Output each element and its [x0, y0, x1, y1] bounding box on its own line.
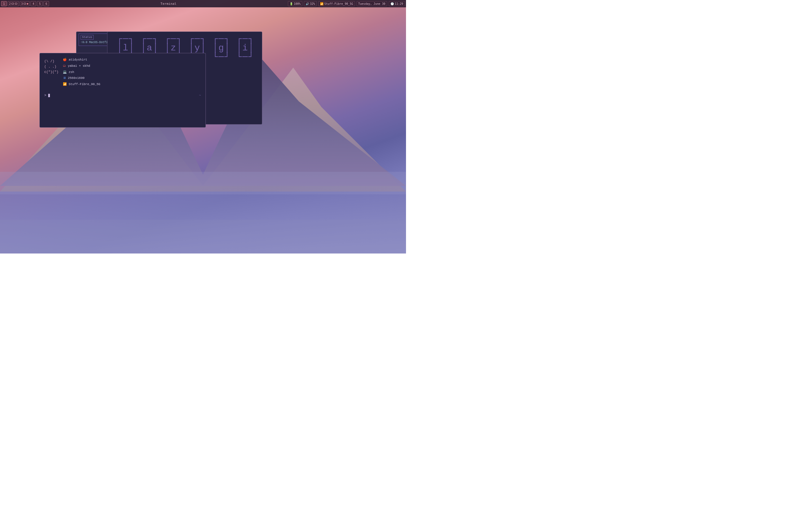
date-text: Tuesday, June 30 [358, 2, 386, 5]
topbar-title-text: Terminal [160, 2, 176, 6]
info-wifi: 📶 Stuff-Fibre_90_5G [63, 82, 100, 87]
clock-icon: 🕐 [391, 2, 394, 5]
battery-indicator: 🔋 100% [288, 1, 302, 6]
topbar: 1 2 3 ● 4 5 6 Terminal [0, 0, 406, 7]
shell-icon: 💻 [63, 69, 67, 75]
cursor [48, 94, 50, 97]
svg-rect-6 [0, 220, 406, 253]
time-display: 🕐 11:29 [389, 1, 405, 6]
info-resolution: 🖥 2560x1600 [63, 75, 100, 81]
main-terminal-window[interactable]: (\ /) ( . .) c(")(") 🍎 atidyshirt 🗂 yaba… [40, 53, 206, 128]
wifi-value: Stuff-Fibre_90_5G [68, 82, 100, 87]
shell-value: zsh [68, 69, 74, 75]
topbar-title: Terminal [160, 2, 176, 6]
resolution-value: 2560x1600 [68, 75, 84, 81]
workspace-6[interactable]: 6 [43, 1, 49, 6]
workspace-6-label: 6 [45, 2, 47, 5]
workspace-2-win1 [11, 3, 14, 4]
wifi-indicator: 📶 Stuff-Fibre_90_5G [318, 1, 355, 6]
system-info: 🍎 atidyshirt 🗂 yabai + skhd 💻 zsh 🖥 2560… [63, 57, 100, 88]
workspace-1-label: 1 [3, 2, 5, 5]
system-tray: 🔋 100% 🔊 32% 📶 Stuff-Fibre_90_5G Tuesday… [288, 1, 405, 6]
prompt-row: > ~ [44, 93, 201, 98]
workspace-3-label: 3 [21, 2, 23, 5]
wifi-icon-term: 📶 [63, 82, 67, 87]
workspace-4-label: 4 [33, 2, 34, 5]
workspace-5-label: 5 [39, 2, 41, 5]
battery-icon: 🔋 [290, 2, 293, 5]
volume-icon: 🔊 [306, 2, 309, 5]
workspace-3[interactable]: 3 ● [20, 1, 30, 6]
status-label: Status [81, 35, 94, 40]
prompt-text: > [44, 93, 50, 98]
battery-value: 100% [294, 2, 301, 5]
info-username: 🍎 atidyshirt [63, 57, 100, 63]
wm-icon: 🗂 [63, 63, 66, 69]
wifi-name: Stuff-Fibre_90_5G [324, 2, 353, 5]
workspace-3-dot: ● [27, 2, 28, 5]
info-shell: 💻 zsh [63, 69, 100, 75]
wm-value: yabai + skhd [68, 63, 90, 69]
volume-indicator: 🔊 32% [304, 1, 317, 6]
info-wm: 🗂 yabai + skhd [63, 63, 100, 69]
sysinfo-section: (\ /) ( . .) c(")(") 🍎 atidyshirt 🗂 yaba… [44, 57, 201, 88]
workspace-2[interactable]: 2 [8, 1, 19, 6]
workspace-3-win1 [24, 3, 26, 4]
volume-value: 32% [310, 2, 315, 5]
prompt-symbol: > [44, 94, 48, 98]
workspace-5[interactable]: 5 [37, 1, 43, 6]
svg-rect-5 [0, 172, 406, 194]
date-display: Tuesday, June 30 [357, 1, 387, 6]
workspace-tags: 1 2 3 ● 4 5 6 [1, 1, 49, 6]
desktop: 1 2 3 ● 4 5 6 Terminal [0, 0, 406, 253]
tilde: ~ [199, 93, 201, 98]
username-value: atidyshirt [68, 57, 87, 63]
workspace-2-win2 [15, 3, 17, 4]
resolution-icon: 🖥 [63, 75, 66, 81]
wifi-icon: 📶 [320, 2, 323, 5]
apple-icon: 🍎 [63, 57, 67, 63]
workspace-4[interactable]: 4 [31, 1, 36, 6]
workspace-1[interactable]: 1 [1, 1, 7, 6]
workspace-2-label: 2 [9, 2, 11, 5]
time-text: 11:29 [395, 2, 403, 5]
cat-ascii: (\ /) ( . .) c(")(") [44, 59, 58, 75]
